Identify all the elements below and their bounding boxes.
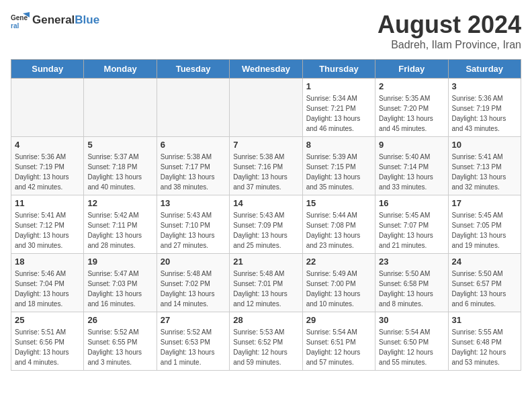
day-info: Sunrise: 5:40 AMSunset: 7:14 PMDaylight:… bbox=[379, 152, 444, 192]
day-info: Sunrise: 5:51 AMSunset: 6:56 PMDaylight:… bbox=[15, 327, 80, 367]
day-info: Sunrise: 5:47 AMSunset: 7:03 PMDaylight:… bbox=[87, 269, 152, 309]
day-cell: 4 Sunrise: 5:36 AMSunset: 7:19 PMDayligh… bbox=[11, 137, 84, 195]
day-info: Sunrise: 5:45 AMSunset: 7:05 PMDaylight:… bbox=[452, 210, 517, 250]
day-number: 31 bbox=[452, 315, 517, 325]
calendar-table: SundayMondayTuesdayWednesdayThursdayFrid… bbox=[11, 59, 521, 371]
day-cell: 10 Sunrise: 5:41 AMSunset: 7:13 PMDaylig… bbox=[448, 137, 521, 195]
day-number: 2 bbox=[379, 81, 444, 91]
header-saturday: Saturday bbox=[448, 60, 521, 79]
header: Gene ral GeneralBlue August 2024 Badreh,… bbox=[11, 11, 521, 51]
location-title: Badreh, Ilam Province, Iran bbox=[378, 39, 521, 51]
day-info: Sunrise: 5:52 AMSunset: 6:53 PMDaylight:… bbox=[161, 327, 226, 367]
day-info: Sunrise: 5:36 AMSunset: 7:19 PMDaylight:… bbox=[15, 152, 80, 192]
day-cell: 19 Sunrise: 5:47 AMSunset: 7:03 PMDaylig… bbox=[84, 254, 157, 312]
day-cell: 26 Sunrise: 5:52 AMSunset: 6:55 PMDaylig… bbox=[84, 312, 157, 371]
day-number: 18 bbox=[15, 257, 80, 267]
day-number: 13 bbox=[161, 198, 226, 208]
day-cell: 25 Sunrise: 5:51 AMSunset: 6:56 PMDaylig… bbox=[11, 312, 84, 371]
header-sunday: Sunday bbox=[11, 60, 84, 79]
day-info: Sunrise: 5:42 AMSunset: 7:11 PMDaylight:… bbox=[87, 210, 152, 250]
day-cell bbox=[11, 79, 84, 137]
day-info: Sunrise: 5:48 AMSunset: 7:01 PMDaylight:… bbox=[233, 269, 298, 309]
day-info: Sunrise: 5:45 AMSunset: 7:07 PMDaylight:… bbox=[379, 210, 444, 250]
day-info: Sunrise: 5:44 AMSunset: 7:08 PMDaylight:… bbox=[306, 210, 371, 250]
day-cell bbox=[84, 79, 157, 137]
day-number: 1 bbox=[306, 81, 371, 91]
day-info: Sunrise: 5:55 AMSunset: 6:48 PMDaylight:… bbox=[452, 327, 517, 367]
day-cell: 29 Sunrise: 5:54 AMSunset: 6:51 PMDaylig… bbox=[302, 312, 375, 371]
day-number: 5 bbox=[87, 140, 152, 150]
day-cell: 22 Sunrise: 5:49 AMSunset: 7:00 PMDaylig… bbox=[302, 254, 375, 312]
day-cell: 14 Sunrise: 5:43 AMSunset: 7:09 PMDaylig… bbox=[230, 195, 302, 254]
day-number: 3 bbox=[452, 81, 517, 91]
month-title: August 2024 bbox=[378, 11, 521, 39]
day-number: 6 bbox=[161, 140, 226, 150]
day-cell: 31 Sunrise: 5:55 AMSunset: 6:48 PMDaylig… bbox=[448, 312, 521, 371]
day-number: 4 bbox=[15, 140, 80, 150]
day-cell: 27 Sunrise: 5:52 AMSunset: 6:53 PMDaylig… bbox=[157, 312, 229, 371]
logo-icon: Gene ral bbox=[11, 11, 30, 30]
day-number: 30 bbox=[379, 315, 444, 325]
week-row-3: 11 Sunrise: 5:41 AMSunset: 7:12 PMDaylig… bbox=[11, 195, 521, 254]
day-number: 27 bbox=[161, 315, 226, 325]
day-info: Sunrise: 5:41 AMSunset: 7:13 PMDaylight:… bbox=[452, 152, 517, 192]
day-info: Sunrise: 5:50 AMSunset: 6:58 PMDaylight:… bbox=[379, 269, 444, 309]
header-tuesday: Tuesday bbox=[157, 60, 229, 79]
day-info: Sunrise: 5:38 AMSunset: 7:17 PMDaylight:… bbox=[161, 152, 226, 192]
day-cell: 11 Sunrise: 5:41 AMSunset: 7:12 PMDaylig… bbox=[11, 195, 84, 254]
day-cell: 15 Sunrise: 5:44 AMSunset: 7:08 PMDaylig… bbox=[302, 195, 375, 254]
day-number: 11 bbox=[15, 198, 80, 208]
header-thursday: Thursday bbox=[302, 60, 375, 79]
day-cell: 21 Sunrise: 5:48 AMSunset: 7:01 PMDaylig… bbox=[230, 254, 302, 312]
day-cell: 13 Sunrise: 5:43 AMSunset: 7:10 PMDaylig… bbox=[157, 195, 229, 254]
day-number: 28 bbox=[233, 315, 298, 325]
day-cell: 1 Sunrise: 5:34 AMSunset: 7:21 PMDayligh… bbox=[302, 79, 375, 137]
day-number: 29 bbox=[306, 315, 371, 325]
title-area: August 2024 Badreh, Ilam Province, Iran bbox=[378, 11, 521, 51]
day-info: Sunrise: 5:41 AMSunset: 7:12 PMDaylight:… bbox=[15, 210, 80, 250]
logo-blue: Blue bbox=[75, 13, 99, 26]
day-info: Sunrise: 5:34 AMSunset: 7:21 PMDaylight:… bbox=[306, 93, 371, 134]
day-number: 21 bbox=[233, 257, 298, 267]
day-number: 7 bbox=[233, 140, 298, 150]
day-number: 23 bbox=[379, 257, 444, 267]
day-cell: 12 Sunrise: 5:42 AMSunset: 7:11 PMDaylig… bbox=[84, 195, 157, 254]
day-number: 9 bbox=[379, 140, 444, 150]
day-number: 10 bbox=[452, 140, 517, 150]
day-info: Sunrise: 5:52 AMSunset: 6:55 PMDaylight:… bbox=[87, 327, 152, 367]
logo: Gene ral GeneralBlue bbox=[11, 11, 99, 30]
week-row-1: 1 Sunrise: 5:34 AMSunset: 7:21 PMDayligh… bbox=[11, 79, 521, 137]
day-cell: 30 Sunrise: 5:54 AMSunset: 6:50 PMDaylig… bbox=[375, 312, 448, 371]
day-cell: 23 Sunrise: 5:50 AMSunset: 6:58 PMDaylig… bbox=[375, 254, 448, 312]
day-cell bbox=[157, 79, 229, 137]
day-number: 16 bbox=[379, 198, 444, 208]
day-number: 8 bbox=[306, 140, 371, 150]
day-number: 15 bbox=[306, 198, 371, 208]
day-number: 12 bbox=[87, 198, 152, 208]
day-number: 20 bbox=[161, 257, 226, 267]
svg-text:Gene: Gene bbox=[11, 14, 28, 21]
header-friday: Friday bbox=[375, 60, 448, 79]
day-info: Sunrise: 5:43 AMSunset: 7:09 PMDaylight:… bbox=[233, 210, 298, 250]
day-info: Sunrise: 5:54 AMSunset: 6:50 PMDaylight:… bbox=[379, 327, 444, 367]
day-cell: 20 Sunrise: 5:48 AMSunset: 7:02 PMDaylig… bbox=[157, 254, 229, 312]
day-cell: 2 Sunrise: 5:35 AMSunset: 7:20 PMDayligh… bbox=[375, 79, 448, 137]
day-info: Sunrise: 5:39 AMSunset: 7:15 PMDaylight:… bbox=[306, 152, 371, 192]
day-number: 26 bbox=[87, 315, 152, 325]
day-number: 14 bbox=[233, 198, 298, 208]
day-info: Sunrise: 5:36 AMSunset: 7:19 PMDaylight:… bbox=[452, 93, 517, 134]
day-info: Sunrise: 5:46 AMSunset: 7:04 PMDaylight:… bbox=[15, 269, 80, 309]
day-number: 22 bbox=[306, 257, 371, 267]
day-cell: 28 Sunrise: 5:53 AMSunset: 6:52 PMDaylig… bbox=[230, 312, 302, 371]
header-row: SundayMondayTuesdayWednesdayThursdayFrid… bbox=[11, 60, 521, 79]
day-cell bbox=[230, 79, 302, 137]
day-info: Sunrise: 5:37 AMSunset: 7:18 PMDaylight:… bbox=[87, 152, 152, 192]
day-number: 19 bbox=[87, 257, 152, 267]
day-info: Sunrise: 5:48 AMSunset: 7:02 PMDaylight:… bbox=[161, 269, 226, 309]
day-info: Sunrise: 5:54 AMSunset: 6:51 PMDaylight:… bbox=[306, 327, 371, 367]
week-row-2: 4 Sunrise: 5:36 AMSunset: 7:19 PMDayligh… bbox=[11, 137, 521, 195]
week-row-4: 18 Sunrise: 5:46 AMSunset: 7:04 PMDaylig… bbox=[11, 254, 521, 312]
day-info: Sunrise: 5:53 AMSunset: 6:52 PMDaylight:… bbox=[233, 327, 298, 367]
day-cell: 3 Sunrise: 5:36 AMSunset: 7:19 PMDayligh… bbox=[448, 79, 521, 137]
day-number: 17 bbox=[452, 198, 517, 208]
